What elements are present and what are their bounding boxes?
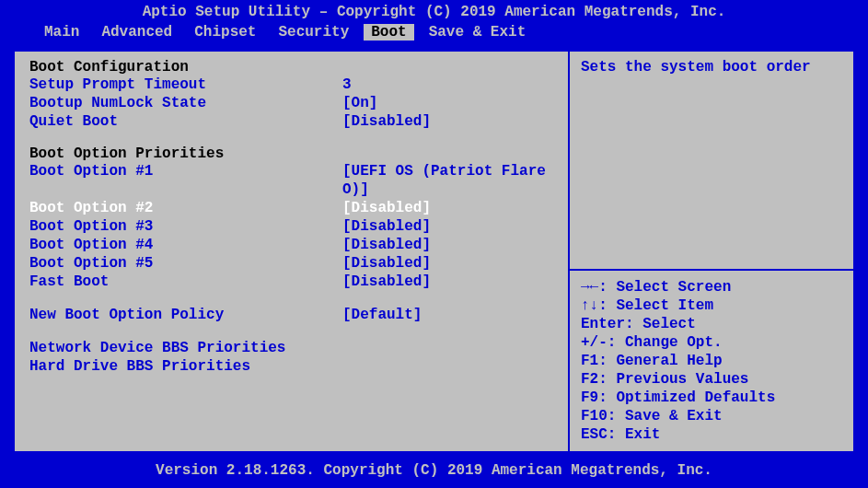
submenu-hard-drive-bbs[interactable]: Hard Drive BBS Priorities <box>29 357 553 376</box>
setting-fast-boot[interactable]: Fast Boot [Disabled] <box>29 273 553 291</box>
setting-boot-option-1[interactable]: Boot Option #1 [UEFI OS (Patriot Flare <box>29 162 553 180</box>
content-area: Boot Configuration Setup Prompt Timeout … <box>0 44 868 459</box>
setting-boot-option-1-line2: O)] <box>29 180 553 199</box>
setting-setup-prompt-timeout[interactable]: Setup Prompt Timeout 3 <box>29 76 553 94</box>
side-panels: Sets the system boot order →←: Select Sc… <box>570 50 855 453</box>
setting-label: Bootup NumLock State <box>29 94 342 112</box>
setting-label: Setup Prompt Timeout <box>29 76 342 94</box>
key-esc-exit: ESC: Exit <box>581 425 842 444</box>
setting-value: 3 <box>342 76 352 94</box>
setting-value: [Default] <box>342 306 422 324</box>
setting-label: New Boot Option Policy <box>29 306 342 324</box>
setting-label: Quiet Boot <box>29 112 342 131</box>
setting-boot-option-5[interactable]: Boot Option #5 [Disabled] <box>29 254 553 273</box>
setting-value: [Disabled] <box>342 217 431 236</box>
setting-label: Boot Option #2 <box>29 199 342 217</box>
setting-value: O)] <box>342 180 369 199</box>
setting-value: [On] <box>342 94 377 112</box>
key-general-help: F1: General Help <box>581 352 842 370</box>
setting-bootup-numlock[interactable]: Bootup NumLock State [On] <box>29 94 553 112</box>
keys-panel: →←: Select Screen ↑↓: Select Item Enter:… <box>570 271 855 453</box>
nav-boot[interactable]: Boot <box>364 24 413 41</box>
setting-value: [Disabled] <box>342 199 431 217</box>
help-panel: Sets the system boot order <box>570 50 855 271</box>
setting-boot-option-3[interactable]: Boot Option #3 [Disabled] <box>29 217 553 236</box>
setting-boot-option-2[interactable]: Boot Option #2 [Disabled] <box>29 199 553 217</box>
key-save-exit: F10: Save & Exit <box>581 407 842 425</box>
key-select-item: ↑↓: Select Item <box>581 296 842 315</box>
setting-label: Boot Option #3 <box>29 217 342 236</box>
key-select-screen: →←: Select Screen <box>581 278 842 296</box>
setting-boot-option-4[interactable]: Boot Option #4 [Disabled] <box>29 236 553 254</box>
nav-chipset[interactable]: Chipset <box>187 24 263 41</box>
help-text: Sets the system boot order <box>581 59 842 76</box>
setting-value: [Disabled] <box>342 273 431 291</box>
setting-quiet-boot[interactable]: Quiet Boot [Disabled] <box>29 112 553 131</box>
section-boot-config-title: Boot Configuration <box>29 59 553 76</box>
footer-bar: Version 2.18.1263. Copyright (C) 2019 Am… <box>0 459 868 488</box>
key-enter: Enter: Select <box>581 315 842 333</box>
key-previous-values: F2: Previous Values <box>581 370 842 389</box>
setting-value: [Disabled] <box>342 236 431 254</box>
submenu-network-bbs[interactable]: Network Device BBS Priorities <box>29 339 553 357</box>
title-bar: Aptio Setup Utility – Copyright (C) 2019… <box>0 0 868 24</box>
setting-label: Fast Boot <box>29 273 342 291</box>
key-optimized-defaults: F9: Optimized Defaults <box>581 389 842 407</box>
setting-label: Boot Option #4 <box>29 236 342 254</box>
setting-value: [Disabled] <box>342 112 431 131</box>
section-boot-priorities-title: Boot Option Priorities <box>29 145 553 162</box>
setting-label: Boot Option #5 <box>29 254 342 273</box>
nav-security[interactable]: Security <box>271 24 356 41</box>
bios-screen: Aptio Setup Utility – Copyright (C) 2019… <box>0 0 868 488</box>
nav-main[interactable]: Main <box>37 24 87 41</box>
setting-label: Boot Option #1 <box>29 162 342 180</box>
nav-save-exit[interactable]: Save & Exit <box>422 24 534 41</box>
setting-value: [UEFI OS (Patriot Flare <box>342 162 546 180</box>
key-change-opt: +/-: Change Opt. <box>581 333 842 352</box>
nav-bar: Main Advanced Chipset Security Boot Save… <box>0 24 868 44</box>
setting-value: [Disabled] <box>342 254 431 273</box>
setting-label <box>29 180 342 199</box>
main-panel: Boot Configuration Setup Prompt Timeout … <box>13 50 570 453</box>
setting-new-boot-option-policy[interactable]: New Boot Option Policy [Default] <box>29 306 553 324</box>
nav-advanced[interactable]: Advanced <box>94 24 179 41</box>
